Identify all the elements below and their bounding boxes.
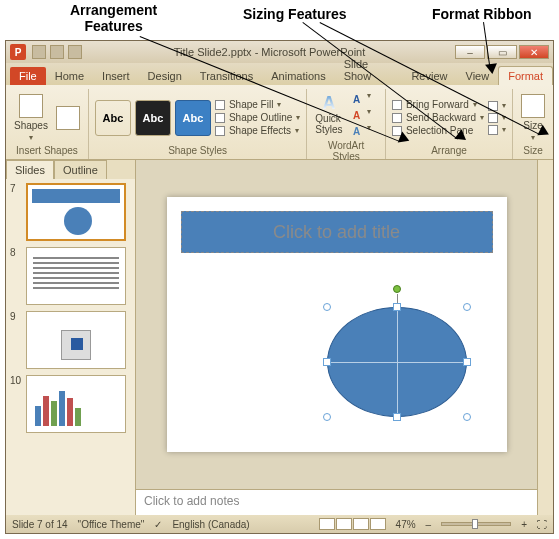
selection-pane-icon bbox=[392, 126, 402, 136]
group-wordart-styles: A Quick Styles A▾ A▾ A▾ bbox=[307, 89, 386, 159]
text-fill-button[interactable]: A bbox=[349, 91, 365, 107]
quick-styles-label: Quick Styles bbox=[315, 113, 342, 135]
send-backward-label: Send Backward bbox=[406, 112, 476, 123]
size-button[interactable]: Size ▾ bbox=[519, 92, 547, 144]
restore-button[interactable]: ▭ bbox=[487, 45, 517, 59]
shape-fill-label: Shape Fill bbox=[229, 99, 273, 110]
rotate-button[interactable]: ▾ bbox=[488, 124, 506, 136]
workspace: Slides Outline 7 8 9 bbox=[6, 160, 553, 515]
tab-insert[interactable]: Insert bbox=[93, 67, 139, 85]
sidetab-outline[interactable]: Outline bbox=[54, 160, 107, 179]
align-button[interactable]: ▾ bbox=[488, 100, 506, 112]
zoom-slider[interactable] bbox=[441, 522, 511, 526]
tab-review[interactable]: Review bbox=[402, 67, 456, 85]
tab-slideshow[interactable]: Slide Show bbox=[335, 55, 403, 85]
group-label-size: Size bbox=[519, 144, 547, 157]
sorter-view-button[interactable] bbox=[336, 518, 352, 530]
resize-handle-sw[interactable] bbox=[323, 413, 331, 421]
fill-icon bbox=[215, 100, 225, 110]
zoom-thumb[interactable] bbox=[472, 519, 478, 529]
tab-home[interactable]: Home bbox=[46, 67, 93, 85]
spellcheck-icon[interactable]: ✓ bbox=[154, 519, 162, 530]
tab-file[interactable]: File bbox=[10, 67, 46, 85]
resize-handle-ne[interactable] bbox=[463, 303, 471, 311]
status-bar: Slide 7 of 14 "Office Theme" ✓ English (… bbox=[6, 515, 553, 533]
tab-animations[interactable]: Animations bbox=[262, 67, 334, 85]
thumbnail-8[interactable] bbox=[26, 247, 126, 305]
close-button[interactable]: ✕ bbox=[519, 45, 549, 59]
slideshow-view-button[interactable] bbox=[370, 518, 386, 530]
reading-view-button[interactable] bbox=[353, 518, 369, 530]
text-effects-button[interactable]: A bbox=[349, 123, 365, 139]
send-backward-button[interactable]: Send Backward▾ bbox=[392, 111, 484, 124]
group-button[interactable]: ▾ bbox=[488, 112, 506, 124]
sidetab-slides[interactable]: Slides bbox=[6, 160, 54, 179]
qat-save-icon[interactable] bbox=[32, 45, 46, 59]
thumb-number: 10 bbox=[10, 375, 22, 433]
slides-outline-pane: Slides Outline 7 8 9 bbox=[6, 160, 136, 515]
resize-handle-w[interactable] bbox=[323, 358, 331, 366]
vertical-scrollbar[interactable] bbox=[537, 160, 553, 515]
shape-effects-label: Shape Effects bbox=[229, 125, 291, 136]
group-icon bbox=[488, 113, 498, 123]
zoom-out-button[interactable]: – bbox=[426, 519, 432, 530]
shapes-icon bbox=[19, 94, 43, 118]
normal-view-button[interactable] bbox=[319, 518, 335, 530]
format-ribbon: Shapes ▾ Insert Shapes Abc Abc Abc Shape… bbox=[6, 85, 553, 160]
tab-transitions[interactable]: Transitions bbox=[191, 67, 262, 85]
stage-area: Click to add title Click t bbox=[136, 160, 537, 515]
tab-format[interactable]: Format bbox=[498, 66, 553, 85]
text-outline-button[interactable]: A bbox=[349, 107, 365, 123]
resize-handle-nw[interactable] bbox=[323, 303, 331, 311]
shape-effects-button[interactable]: Shape Effects▾ bbox=[215, 124, 300, 137]
align-icon bbox=[488, 101, 498, 111]
thumbnail-10[interactable] bbox=[26, 375, 126, 433]
slide-thumbnails: 7 8 9 10 bbox=[6, 179, 135, 515]
tab-design[interactable]: Design bbox=[139, 67, 191, 85]
edit-shape-button[interactable] bbox=[54, 104, 82, 132]
resize-handle-n[interactable] bbox=[393, 303, 401, 311]
shapes-label: Shapes bbox=[14, 120, 48, 131]
shape-outline-label: Shape Outline bbox=[229, 112, 292, 123]
zoom-in-button[interactable]: + bbox=[521, 519, 527, 530]
shape-fill-button[interactable]: Shape Fill▾ bbox=[215, 98, 300, 111]
slide-canvas[interactable]: Click to add title bbox=[167, 197, 507, 452]
thumb-number: 9 bbox=[10, 311, 22, 369]
shapes-gallery-button[interactable]: Shapes ▾ bbox=[12, 92, 50, 144]
selection-pane-button[interactable]: Selection Pane bbox=[392, 124, 484, 137]
bring-forward-label: Bring Forward bbox=[406, 99, 469, 110]
title-placeholder[interactable]: Click to add title bbox=[181, 211, 493, 253]
quick-styles-button[interactable]: A Quick Styles bbox=[313, 93, 344, 137]
thumb-number: 8 bbox=[10, 247, 22, 305]
zoom-level[interactable]: 47% bbox=[396, 519, 416, 530]
bring-forward-button[interactable]: Bring Forward▾ bbox=[392, 98, 484, 111]
qat-redo-icon[interactable] bbox=[68, 45, 82, 59]
powerpoint-window: P Title Slide2.pptx - Microsoft PowerPoi… bbox=[5, 40, 554, 534]
selected-ellipse-shape[interactable] bbox=[317, 297, 477, 427]
shape-outline-button[interactable]: Shape Outline▾ bbox=[215, 111, 300, 124]
tab-view[interactable]: View bbox=[457, 67, 499, 85]
ribbon-tabs: File Home Insert Design Transitions Anim… bbox=[6, 63, 553, 85]
group-arrange: Bring Forward▾ Send Backward▾ Selection … bbox=[386, 89, 513, 159]
rotation-handle[interactable] bbox=[393, 285, 401, 293]
titlebar: P Title Slide2.pptx - Microsoft PowerPoi… bbox=[6, 41, 553, 63]
minimize-button[interactable]: – bbox=[455, 45, 485, 59]
resize-handle-e[interactable] bbox=[463, 358, 471, 366]
callout-format-ribbon: Format Ribbon bbox=[432, 6, 532, 22]
slide-stage[interactable]: Click to add title bbox=[136, 160, 537, 489]
edit-shape-icon bbox=[56, 106, 80, 130]
resize-handle-s[interactable] bbox=[393, 413, 401, 421]
language-status[interactable]: English (Canada) bbox=[172, 519, 249, 530]
qat-undo-icon[interactable] bbox=[50, 45, 64, 59]
notes-pane[interactable]: Click to add notes bbox=[136, 489, 537, 515]
theme-name: "Office Theme" bbox=[78, 519, 145, 530]
style-preset-1[interactable]: Abc bbox=[95, 100, 131, 136]
thumbnail-7[interactable] bbox=[26, 183, 126, 241]
style-preset-3[interactable]: Abc bbox=[175, 100, 211, 136]
fit-to-window-button[interactable]: ⛶ bbox=[537, 519, 547, 530]
send-backward-icon bbox=[392, 113, 402, 123]
thumbnail-9[interactable] bbox=[26, 311, 126, 369]
bring-forward-icon bbox=[392, 100, 402, 110]
style-preset-2[interactable]: Abc bbox=[135, 100, 171, 136]
resize-handle-se[interactable] bbox=[463, 413, 471, 421]
